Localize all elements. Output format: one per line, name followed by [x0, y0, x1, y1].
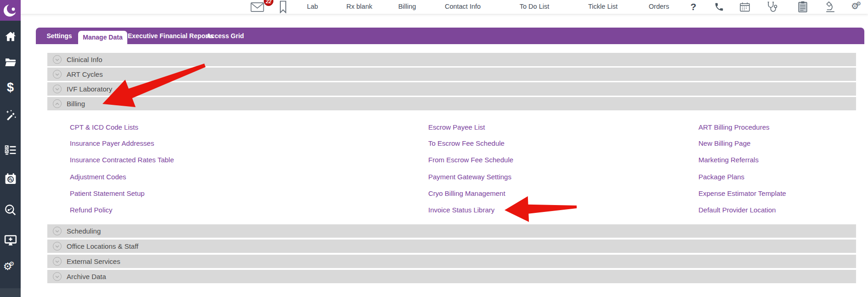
chevron-down-circle-icon: [53, 55, 62, 64]
mail-badge: 22: [264, 0, 273, 6]
chevron-down-circle-icon: [53, 242, 62, 251]
link-from-escrow-fee-schedule[interactable]: From Escrow Fee Schedule: [428, 156, 513, 164]
link-default-provider-location[interactable]: Default Provider Location: [698, 206, 776, 214]
top-bar: 22 Lab Rx blank Billing Contact Info To …: [0, 0, 868, 14]
link-patient-statement-setup[interactable]: Patient Statement Setup: [70, 189, 145, 197]
stethoscope-icon[interactable]: [766, 1, 778, 13]
link-insurance-payer-addresses[interactable]: Insurance Payer Addresses: [70, 139, 154, 147]
magic-wand-icon[interactable]: [5, 109, 17, 121]
chevron-down-circle-icon: [53, 85, 62, 93]
accordion-label: Billing: [67, 100, 85, 108]
topnav-item-contact-info[interactable]: Contact Info: [445, 3, 481, 10]
mail-icon[interactable]: [250, 2, 265, 12]
accordion-section-art-cycles[interactable]: ART Cycles: [47, 68, 856, 81]
link-invoice-status-library[interactable]: Invoice Status Library: [428, 206, 494, 214]
patients-folder-icon[interactable]: [5, 57, 17, 67]
app-window: 22 Lab Rx blank Billing Contact Info To …: [0, 0, 868, 297]
topnav-item-orders[interactable]: Orders: [649, 3, 669, 10]
link-insurance-contracted-rates[interactable]: Insurance Contracted Rates Table: [70, 156, 174, 164]
admin-gears-icon[interactable]: ⚙⚙: [3, 261, 17, 274]
link-payment-gateway-settings[interactable]: Payment Gateway Settings: [428, 173, 511, 181]
tab-settings[interactable]: Settings: [40, 28, 78, 44]
tab-access-grid[interactable]: Access Grid: [202, 28, 248, 44]
accordion-section-scheduling[interactable]: Scheduling: [47, 224, 856, 238]
accordion-section-archive-data[interactable]: Archive Data: [47, 270, 856, 283]
link-expense-estimator-template[interactable]: Expense Estimator Template: [698, 189, 786, 197]
tab-executive-financial-reports[interactable]: Executive Financial Reports: [128, 28, 201, 44]
tab-bar: Settings Manage Data Executive Financial…: [36, 28, 864, 44]
accordion-section-ivf-laboratory[interactable]: IVF Laboratory: [47, 82, 856, 96]
sidebar: $: [0, 0, 21, 297]
chevron-down-circle-icon: [53, 257, 62, 266]
app-logo[interactable]: [0, 0, 21, 21]
topnav-item-to-do-list[interactable]: To Do List: [520, 3, 549, 10]
topnav-item-lab[interactable]: Lab: [307, 3, 318, 10]
bookmark-icon[interactable]: [278, 0, 288, 13]
topnav-item-billing[interactable]: Billing: [398, 3, 416, 10]
link-cpt-icd-code-lists[interactable]: CPT & ICD Code Lists: [70, 123, 138, 131]
link-to-escrow-fee-schedule[interactable]: To Escrow Fee Schedule: [428, 139, 505, 147]
accordion-section-clinical-info[interactable]: Clinical Info: [47, 53, 856, 66]
link-escrow-payee-list[interactable]: Escrow Payee List: [428, 123, 485, 131]
accordion-label: ART Cycles: [67, 70, 103, 78]
accordion-section-external-services[interactable]: External Services: [47, 255, 856, 268]
svg-text:℞: ℞: [8, 176, 12, 183]
billing-dollar-icon[interactable]: $: [7, 81, 14, 94]
annotation-arrow-invoice-status-library: [505, 196, 577, 222]
link-adjustment-codes[interactable]: Adjustment Codes: [70, 173, 126, 181]
calendar-rx-icon[interactable]: ℞: [4, 172, 17, 185]
accordion-label: Clinical Info: [67, 56, 102, 63]
calendar-icon[interactable]: [739, 1, 751, 13]
chevron-down-circle-icon: [53, 272, 62, 281]
help-icon[interactable]: ?: [691, 1, 697, 13]
chevron-up-circle-icon: [53, 99, 62, 108]
accordion-section-billing-expanded[interactable]: Billing: [47, 97, 856, 110]
accordion-label: External Services: [67, 257, 120, 265]
link-marketing-referrals[interactable]: Marketing Referrals: [698, 156, 759, 164]
topnav-item-tickle-list[interactable]: Tickle List: [588, 3, 618, 10]
monitor-add-icon[interactable]: [4, 234, 17, 246]
link-art-billing-procedures[interactable]: ART Billing Procedures: [698, 123, 770, 131]
microscope-icon[interactable]: [825, 1, 836, 13]
chevron-down-circle-icon: [53, 227, 62, 235]
home-icon[interactable]: [5, 31, 17, 42]
link-cryo-billing-management[interactable]: Cryo Billing Management: [428, 189, 505, 197]
topnav-item-rx-blank[interactable]: Rx blank: [346, 3, 372, 10]
accordion-label: Scheduling: [67, 227, 101, 235]
tab-manage-data[interactable]: Manage Data: [78, 31, 127, 44]
accordion-label: Office Locations & Staff: [67, 242, 138, 250]
task-list-icon[interactable]: [5, 145, 17, 156]
sidebar-footer: [0, 288, 21, 297]
link-new-billing-page[interactable]: New Billing Page: [698, 139, 750, 147]
link-refund-policy[interactable]: Refund Policy: [70, 206, 113, 214]
lab-search-icon[interactable]: [4, 204, 17, 217]
link-package-plans[interactable]: Package Plans: [698, 173, 744, 181]
clipboard-icon[interactable]: [798, 1, 808, 13]
chevron-down-circle-icon: [53, 70, 62, 79]
accordion-label: IVF Laboratory: [67, 85, 112, 93]
accordion-section-office-locations-staff[interactable]: Office Locations & Staff: [47, 240, 856, 253]
settings-gear-icon[interactable]: ⚙⚙: [851, 1, 864, 13]
accordion-label: Archive Data: [67, 273, 106, 280]
phone-icon[interactable]: [714, 2, 724, 12]
